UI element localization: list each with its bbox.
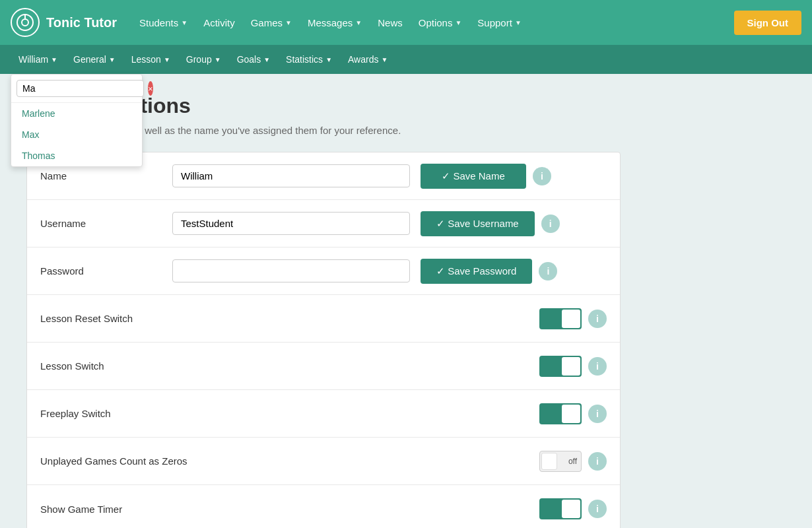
nav-item-messages[interactable]: Messages ▼ <box>301 12 368 34</box>
logo-icon <box>11 8 40 37</box>
logo-area: Tonic Tutor <box>11 8 117 37</box>
freeplay-info-button[interactable]: i <box>588 405 607 423</box>
name-input[interactable] <box>172 164 410 187</box>
toggle-thumb <box>562 405 580 423</box>
name-actions: ✓ Save Name i <box>421 164 551 189</box>
lesson-switch-row: Lesson Switch i <box>27 343 620 390</box>
nav-item-students[interactable]: Students ▼ <box>133 12 194 34</box>
sub-nav-william[interactable]: William ▼ <box>11 50 65 69</box>
username-info-button[interactable]: i <box>541 214 560 233</box>
chevron-down-icon: ▼ <box>515 19 522 26</box>
username-row: Username ✓ Save Username i <box>27 200 620 248</box>
timer-label: Show Game Timer <box>40 504 539 515</box>
student-options-form: Name ✓ Save Name i Username ✓ Save Usern… <box>26 152 621 528</box>
unplayed-row: Unplayed Games Count as Zeros off i <box>27 438 620 485</box>
toggle-thumb <box>562 500 580 518</box>
password-input[interactable] <box>172 259 410 282</box>
chevron-down-icon: ▼ <box>325 56 332 63</box>
chevron-down-icon: ▼ <box>381 56 388 63</box>
sub-navigation: William ▼ General ▼ Lesson ▼ Group ▼ Goa… <box>0 45 812 74</box>
svg-point-1 <box>22 19 28 26</box>
chevron-down-icon: ▼ <box>285 19 292 26</box>
lesson-switch-actions: i <box>539 356 607 377</box>
search-result-max[interactable]: Max <box>11 124 142 145</box>
save-password-button[interactable]: ✓ Save Password <box>421 259 532 284</box>
chevron-down-icon: ▼ <box>109 56 116 63</box>
toggle-thumb <box>541 453 557 470</box>
search-result-thomas[interactable]: Thomas <box>11 145 142 166</box>
freeplay-toggle[interactable] <box>539 403 582 424</box>
name-info-button[interactable]: i <box>533 167 551 185</box>
timer-toggle[interactable] <box>539 498 582 519</box>
lesson-toggle[interactable] <box>539 356 582 377</box>
lesson-reset-label: Lesson Reset Switch <box>40 313 539 324</box>
timer-info-button[interactable]: i <box>588 500 607 518</box>
chevron-down-icon: ▼ <box>263 56 270 63</box>
save-name-button[interactable]: ✓ Save Name <box>421 164 526 189</box>
freeplay-row: Freeplay Switch i <box>27 390 620 438</box>
chevron-down-icon: ▼ <box>181 19 187 26</box>
sub-nav-goals[interactable]: Goals ▼ <box>229 50 278 69</box>
sub-nav-general[interactable]: General ▼ <box>65 50 123 69</box>
username-input[interactable] <box>172 212 410 235</box>
timer-actions: i <box>539 498 607 519</box>
freeplay-actions: i <box>539 403 607 424</box>
unplayed-info-button[interactable]: i <box>588 452 607 471</box>
nav-items: Students ▼ Activity Games ▼ Messages ▼ N… <box>133 12 733 34</box>
password-label: Password <box>40 265 172 277</box>
toggle-thumb <box>562 310 580 328</box>
timer-row: Show Game Timer i <box>27 485 620 528</box>
name-label: Name <box>40 170 172 182</box>
nav-item-activity[interactable]: Activity <box>197 12 242 34</box>
sub-nav-statistics[interactable]: Statistics ▼ <box>278 50 340 69</box>
lesson-switch-info-button[interactable]: i <box>588 357 607 376</box>
toggle-thumb <box>562 357 580 376</box>
save-username-button[interactable]: ✓ Save Username <box>421 211 535 236</box>
student-search-dropdown: × Marlene Max Thomas <box>11 74 143 167</box>
password-info-button[interactable]: i <box>539 262 557 280</box>
unplayed-toggle[interactable]: off <box>539 451 582 472</box>
sub-nav-group[interactable]: Group ▼ <box>178 50 229 69</box>
chevron-down-icon: ▼ <box>215 56 221 63</box>
chevron-down-icon: ▼ <box>455 19 461 26</box>
freeplay-label: Freeplay Switch <box>40 408 539 419</box>
nav-item-support[interactable]: Support ▼ <box>471 12 527 34</box>
chevron-down-icon: ▼ <box>51 56 57 63</box>
top-navigation: Tonic Tutor Students ▼ Activity Games ▼ … <box>0 0 812 45</box>
chevron-down-icon: ▼ <box>164 56 170 63</box>
username-actions: ✓ Save Username i <box>421 211 560 236</box>
unplayed-actions: off i <box>539 451 607 472</box>
nav-item-options[interactable]: Options ▼ <box>412 12 469 34</box>
lesson-reset-row: Lesson Reset Switch i <box>27 295 620 343</box>
password-row: Password ✓ Save Password i <box>27 248 620 295</box>
unplayed-label: Unplayed Games Count as Zeros <box>40 455 539 467</box>
off-label: off <box>568 457 577 466</box>
username-label: Username <box>40 218 172 229</box>
search-input-wrap: × <box>11 75 142 103</box>
sign-out-button[interactable]: Sign Out <box>734 11 802 35</box>
search-input[interactable] <box>17 80 144 97</box>
lesson-reset-toggle[interactable] <box>539 308 582 329</box>
sub-nav-awards[interactable]: Awards ▼ <box>340 50 395 69</box>
nav-item-games[interactable]: Games ▼ <box>244 12 298 34</box>
chevron-down-icon: ▼ <box>355 19 362 26</box>
nav-item-news[interactable]: News <box>371 12 409 34</box>
app-name: Tonic Tutor <box>46 15 117 30</box>
sub-nav-lesson[interactable]: Lesson ▼ <box>123 50 178 69</box>
search-result-marlene[interactable]: Marlene <box>11 103 142 124</box>
search-clear-button[interactable]: × <box>148 81 153 96</box>
lesson-switch-label: Lesson Switch <box>40 360 539 372</box>
lesson-reset-info-button[interactable]: i <box>588 310 607 328</box>
password-actions: ✓ Save Password i <box>421 259 557 284</box>
lesson-reset-actions: i <box>539 308 607 329</box>
